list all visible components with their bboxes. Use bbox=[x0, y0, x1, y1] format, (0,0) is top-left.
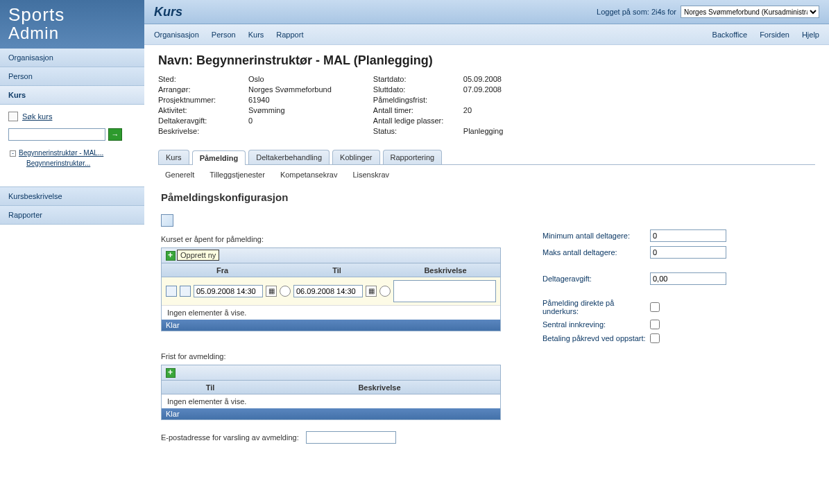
date-from-input[interactable] bbox=[194, 285, 263, 297]
sidebar-item-person[interactable]: Person bbox=[0, 67, 144, 86]
info-value: Planlegging bbox=[463, 127, 504, 135]
save-button[interactable] bbox=[161, 214, 173, 227]
sidebar-item-organisasjon[interactable]: Organisasjon bbox=[0, 49, 144, 67]
col-beskrivelse: Beskrivelse bbox=[391, 266, 500, 275]
info-label: Deltakeravgift: bbox=[158, 116, 248, 125]
info-label: Startdato: bbox=[373, 75, 463, 83]
empty-message: Ingen elementer å vise. bbox=[162, 306, 500, 320]
course-title: Navn: Begynnerinstruktør - MAL (Planlegg… bbox=[158, 53, 815, 68]
panel-status-2: Klar bbox=[162, 408, 500, 419]
pay-checkbox[interactable] bbox=[650, 333, 660, 343]
login-info-text: Logget på som: 2i4s for bbox=[597, 8, 676, 16]
deadline-label: Frist for avmelding: bbox=[161, 352, 508, 360]
subcourse-checkbox[interactable] bbox=[650, 302, 660, 312]
min-label: Minimum antall deltagere: bbox=[542, 232, 650, 240]
add-deadline-button[interactable] bbox=[166, 368, 176, 378]
subtab-generelt[interactable]: Generelt bbox=[165, 171, 194, 179]
info-label: Antall timer: bbox=[373, 106, 463, 114]
info-label: Prosjektnummer: bbox=[158, 96, 248, 104]
search-doc-icon bbox=[8, 112, 18, 121]
page-module-title: Kurs bbox=[154, 5, 182, 19]
tab-deltakerbehandling[interactable]: Deltakerbehandling bbox=[248, 150, 330, 164]
open-label: Kurset er åpent for påmelding: bbox=[161, 235, 508, 243]
empty-message-2: Ingen elementer å vise. bbox=[162, 394, 500, 408]
date-to-input[interactable] bbox=[293, 285, 363, 297]
info-value: 20 bbox=[463, 106, 472, 114]
tree-root[interactable]: -Begynnerinstruktør - MAL... bbox=[10, 148, 135, 158]
search-input[interactable] bbox=[8, 128, 105, 141]
info-value: 0 bbox=[248, 116, 253, 125]
min-input[interactable] bbox=[650, 229, 726, 242]
role-select[interactable]: Norges Svømmeforbund (Kursadministrator) bbox=[681, 6, 819, 18]
info-label: Aktivitet: bbox=[158, 106, 248, 114]
app-logo: Sports Admin bbox=[0, 0, 144, 49]
tab-koblinger[interactable]: Koblinger bbox=[332, 150, 379, 164]
sidebar-item-kursbeskrivelse[interactable]: Kursbeskrivelse bbox=[0, 186, 144, 206]
calendar-icon-2[interactable]: ▦ bbox=[366, 286, 377, 297]
row-save-icon[interactable] bbox=[166, 286, 177, 297]
info-value: Oslo bbox=[248, 75, 264, 83]
subcourse-label: Påmelding direkte på underkurs: bbox=[542, 299, 650, 315]
col-beskrivelse-2: Beskrivelse bbox=[259, 383, 500, 392]
info-value: Svømming bbox=[248, 106, 285, 114]
info-label: Antall ledige plasser: bbox=[373, 116, 463, 125]
info-value: 61940 bbox=[248, 96, 270, 104]
calendar-icon[interactable]: ▦ bbox=[266, 286, 277, 297]
info-label: Status: bbox=[373, 127, 463, 135]
subtab-kompetansekrav[interactable]: Kompetansekrav bbox=[280, 171, 338, 179]
info-value: 05.09.2008 bbox=[463, 75, 502, 83]
submenu-hjelp[interactable]: Hjelp bbox=[802, 31, 819, 39]
tree-child[interactable]: Begynnerinstruktør... bbox=[10, 158, 135, 168]
tab-pamelding[interactable]: Påmelding bbox=[192, 150, 246, 165]
max-input[interactable] bbox=[650, 246, 726, 259]
tree-expander-icon[interactable]: - bbox=[10, 150, 16, 157]
tooltip-opprett-ny: Opprett ny bbox=[177, 250, 219, 261]
max-label: Maks antall deltagere: bbox=[542, 248, 650, 257]
submenu-backoffice[interactable]: Backoffice bbox=[712, 31, 748, 39]
info-label: Påmeldingsfrist: bbox=[373, 96, 463, 104]
clock-icon[interactable] bbox=[280, 286, 291, 297]
fee-label: Deltageravgift: bbox=[542, 275, 650, 283]
panel-status: Klar bbox=[162, 320, 500, 331]
info-label: Sluttdato: bbox=[373, 85, 463, 94]
row-description-input[interactable] bbox=[393, 280, 496, 302]
submenu-kurs[interactable]: Kurs bbox=[248, 31, 264, 39]
central-checkbox[interactable] bbox=[650, 320, 660, 329]
col-til: Til bbox=[283, 266, 391, 275]
submenu-organisasjon[interactable]: Organisasjon bbox=[154, 31, 199, 39]
info-label: Beskrivelse: bbox=[158, 127, 248, 135]
sidebar-item-rapporter[interactable]: Rapporter bbox=[0, 206, 144, 225]
sidebar-item-kurs[interactable]: Kurs bbox=[0, 86, 144, 105]
info-label: Arrangør: bbox=[158, 85, 248, 94]
email-label: E-postadresse for varsling av avmelding: bbox=[161, 433, 299, 442]
email-input[interactable] bbox=[306, 431, 396, 444]
info-value: 07.09.2008 bbox=[463, 85, 502, 94]
central-label: Sentral innkreving: bbox=[542, 320, 650, 329]
search-kurs-link[interactable]: Søk kurs bbox=[22, 112, 52, 121]
subtab-tilleggstjenester[interactable]: Tilleggstjenester bbox=[210, 171, 265, 179]
tab-rapportering[interactable]: Rapportering bbox=[383, 150, 443, 164]
submenu-forsiden[interactable]: Forsiden bbox=[760, 31, 789, 39]
pay-label: Betaling påkrevd ved oppstart: bbox=[542, 334, 650, 342]
fee-input[interactable] bbox=[650, 272, 726, 285]
info-value: Norges Svømmeforbund bbox=[248, 85, 332, 94]
subtab-lisenskrav[interactable]: Lisenskrav bbox=[352, 171, 389, 179]
clock-icon-2[interactable] bbox=[379, 286, 391, 297]
col-til-2: Til bbox=[162, 383, 259, 392]
tab-kurs[interactable]: Kurs bbox=[158, 150, 189, 164]
submenu-rapport[interactable]: Rapport bbox=[276, 31, 303, 39]
section-title: Påmeldingskonfigurasjon bbox=[161, 191, 815, 203]
add-row-button[interactable] bbox=[166, 251, 176, 261]
submenu-person[interactable]: Person bbox=[212, 31, 236, 39]
row-cancel-icon[interactable] bbox=[180, 286, 191, 297]
col-fra: Fra bbox=[162, 266, 283, 275]
search-go-button[interactable]: → bbox=[108, 128, 122, 141]
info-label: Sted: bbox=[158, 75, 248, 83]
